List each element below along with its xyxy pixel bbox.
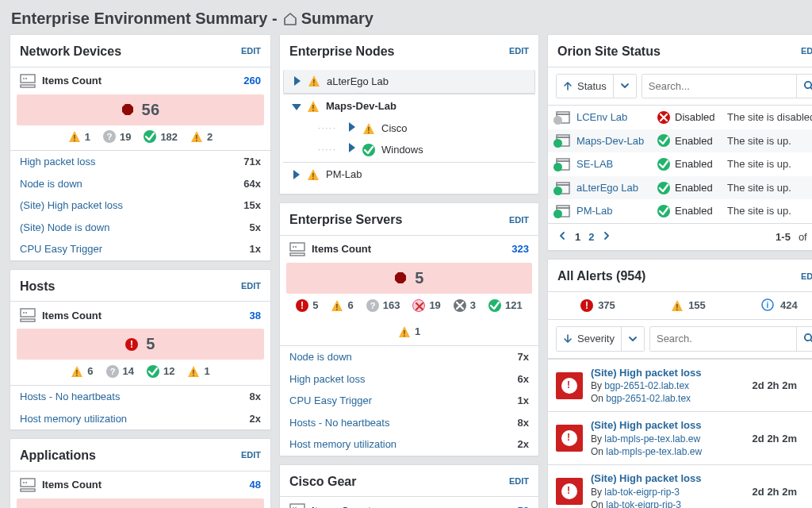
- row-label[interactable]: Hosts - No heartbeats: [20, 390, 120, 404]
- more-icon[interactable]: ⋮: [805, 488, 812, 495]
- expand-icon[interactable]: [291, 170, 301, 179]
- edit-link[interactable]: EDIT: [241, 45, 261, 57]
- list-row[interactable]: CPU Easy Trigger1x: [280, 390, 538, 412]
- edit-link[interactable]: EDIT: [509, 45, 529, 57]
- status-item[interactable]: 3: [454, 298, 476, 313]
- edit-link[interactable]: EDIT: [801, 45, 812, 57]
- status-item[interactable]: !1: [68, 130, 90, 144]
- row-label[interactable]: High packet loss: [20, 155, 95, 169]
- row-label[interactable]: (Site) Node is down: [20, 221, 109, 235]
- edit-link[interactable]: EDIT: [241, 280, 261, 292]
- sort-dropdown[interactable]: Status: [556, 74, 637, 99]
- alert-title[interactable]: (Site) High packet loss: [591, 471, 745, 486]
- status-item[interactable]: 14: [106, 364, 134, 379]
- tree-item[interactable]: ! Maps-Dev-Lab: [283, 94, 535, 118]
- site-row[interactable]: Maps-Dev-LabEnabledThe site is up.: [548, 129, 812, 153]
- edit-link[interactable]: EDIT: [509, 475, 529, 487]
- site-name[interactable]: SE-LAB: [576, 157, 651, 171]
- status-count: 1: [415, 325, 420, 339]
- edit-link[interactable]: EDIT: [801, 271, 812, 283]
- list-row[interactable]: (Site) Node is down5x: [10, 217, 270, 239]
- alert-item[interactable]: (Site) High packet lossBy bgp-2651-02.la…: [548, 359, 812, 412]
- row-label[interactable]: Host memory utilization: [20, 412, 127, 426]
- site-name[interactable]: LCEnv Lab: [576, 110, 651, 125]
- collapse-icon[interactable]: [291, 102, 301, 111]
- status-item[interactable]: !6: [331, 298, 353, 313]
- alert-by[interactable]: bgp-2651-02.lab.tex: [604, 380, 689, 391]
- status-item[interactable]: 19: [412, 298, 440, 313]
- tree-leaf[interactable]: ····· Windows: [310, 139, 535, 160]
- row-label[interactable]: Hosts - No heartbeats: [289, 416, 389, 430]
- search-input[interactable]: [642, 75, 796, 98]
- list-row[interactable]: (Site) High packet loss15x: [10, 194, 270, 217]
- site-row[interactable]: SE-LABEnabledThe site is up.: [548, 152, 812, 176]
- status-item[interactable]: 424: [761, 298, 798, 313]
- list-row[interactable]: Hosts - No heartbeats8x: [280, 412, 538, 434]
- status-item[interactable]: 163: [366, 298, 400, 313]
- list-row[interactable]: CPU Easy Trigger1x: [10, 238, 270, 260]
- row-label[interactable]: CPU Easy Trigger: [289, 394, 372, 408]
- alert-feed: (Site) High packet lossBy bgp-2651-02.la…: [548, 358, 812, 508]
- next-page[interactable]: [602, 230, 611, 244]
- row-label[interactable]: CPU Easy Trigger: [20, 242, 102, 256]
- site-row[interactable]: aLterEgo LabEnabledThe site is up.: [548, 176, 812, 200]
- prev-page[interactable]: [557, 230, 567, 244]
- status-item[interactable]: 182: [144, 130, 178, 144]
- list-row[interactable]: Node is down64x: [10, 173, 270, 195]
- list-row[interactable]: High packet loss71x: [10, 151, 270, 173]
- alert-on[interactable]: lab-tok-eigrp-rip-3: [606, 499, 681, 508]
- tree-item[interactable]: ! aLterEgo Lab: [283, 70, 535, 94]
- site-name[interactable]: Maps-Dev-Lab: [576, 134, 651, 148]
- more-icon[interactable]: ⋮: [805, 435, 812, 442]
- site-row[interactable]: PM-LabEnabledThe site is up.: [548, 199, 812, 223]
- status-item[interactable]: !2: [190, 130, 213, 144]
- status-item[interactable]: 5: [296, 298, 318, 313]
- more-icon[interactable]: ⋮: [805, 382, 812, 389]
- expand-icon[interactable]: [347, 142, 356, 157]
- row-label[interactable]: High packet loss: [289, 372, 365, 387]
- expand-icon[interactable]: [292, 76, 301, 86]
- search-button[interactable]: [796, 75, 812, 98]
- chevron-down-icon[interactable]: [621, 327, 644, 351]
- status-item[interactable]: 19: [103, 130, 131, 144]
- list-row[interactable]: Host memory utilization2x: [10, 408, 270, 430]
- edit-link[interactable]: EDIT: [241, 449, 261, 461]
- tree-leaf[interactable]: ····· ! Cisco: [310, 118, 535, 140]
- alert-on[interactable]: lab-mpls-pe-tex.lab.ew: [606, 446, 702, 457]
- status-item[interactable]: 12: [147, 364, 174, 379]
- site-name[interactable]: PM-Lab: [576, 204, 651, 218]
- alert-item[interactable]: (Site) High packet lossBy lab-mpls-pe-te…: [548, 411, 812, 464]
- site-row[interactable]: LCEnv LabDisabledThe site is disabled.: [548, 106, 812, 129]
- page-1[interactable]: 1: [575, 230, 580, 244]
- row-label[interactable]: Host memory utilization: [289, 437, 396, 452]
- row-label[interactable]: Node is down: [289, 350, 352, 364]
- page-2[interactable]: 2: [588, 230, 594, 244]
- search-input[interactable]: [650, 327, 796, 351]
- alert-item[interactable]: (Site) High packet lossBy lab-tok-eigrp-…: [548, 464, 812, 508]
- search-button[interactable]: [796, 327, 812, 351]
- row-label[interactable]: (Site) High packet loss: [20, 198, 123, 213]
- list-row[interactable]: High packet loss6x: [280, 368, 538, 391]
- alert-by[interactable]: lab-tok-eigrp-rip-3: [604, 487, 680, 498]
- alert-title[interactable]: (Site) High packet loss: [591, 418, 745, 433]
- status-item[interactable]: 121: [488, 298, 523, 313]
- tree-item[interactable]: ! PM-Lab: [283, 162, 535, 187]
- status-item[interactable]: !1: [398, 325, 420, 339]
- list-row[interactable]: Node is down7x: [280, 346, 538, 368]
- sort-dropdown[interactable]: Severity: [556, 326, 645, 352]
- status-item[interactable]: !1: [187, 364, 209, 379]
- list-row[interactable]: Hosts - No heartbeats8x: [10, 386, 270, 408]
- list-row[interactable]: Host memory utilization2x: [280, 433, 538, 456]
- alert-on[interactable]: bgp-2651-02.lab.tex: [606, 393, 691, 404]
- alert-title[interactable]: (Site) High packet loss: [591, 366, 745, 380]
- alert-list: Hosts - No heartbeats8xHost memory utili…: [10, 385, 270, 429]
- expand-icon[interactable]: [347, 121, 356, 137]
- alert-by[interactable]: lab-mpls-pe-tex.lab.ew: [604, 433, 700, 444]
- chevron-down-icon[interactable]: [613, 75, 636, 98]
- site-name[interactable]: aLterEgo Lab: [576, 181, 651, 195]
- row-label[interactable]: Node is down: [20, 177, 82, 191]
- status-item[interactable]: 375: [580, 298, 615, 313]
- status-item[interactable]: !155: [671, 298, 706, 313]
- status-item[interactable]: !6: [71, 364, 93, 379]
- edit-link[interactable]: EDIT: [509, 214, 529, 226]
